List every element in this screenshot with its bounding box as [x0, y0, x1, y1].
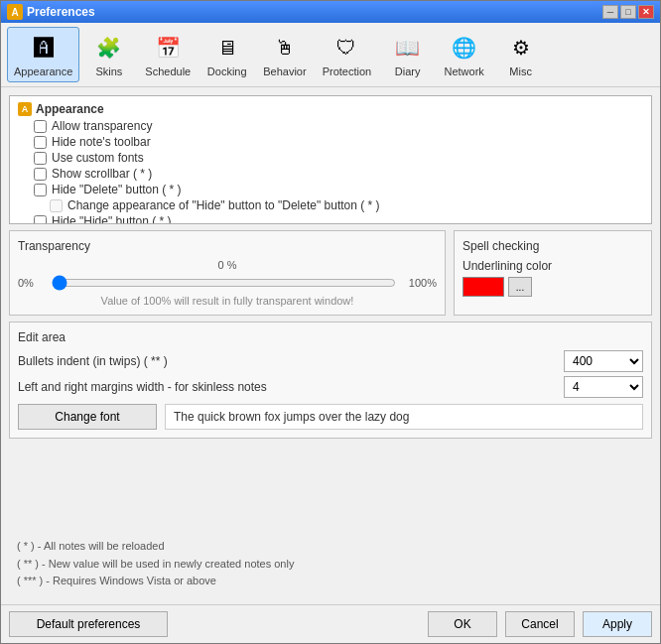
edit-area-title: Edit area: [18, 330, 643, 344]
hide-hide-checkbox[interactable]: [34, 215, 47, 225]
apply-button[interactable]: Apply: [583, 611, 652, 637]
transparency-slider[interactable]: [52, 275, 396, 291]
window-title: Preferences: [27, 5, 602, 19]
change-font-button[interactable]: Change font: [18, 404, 157, 430]
color-row: ...: [463, 277, 643, 297]
slider-center-label: 0 %: [18, 259, 437, 271]
show-scrollbar-label: Show scrollbar ( * ): [52, 167, 152, 181]
behavior-label: Behavior: [263, 65, 306, 77]
middle-row: Transparency 0 % 0% 100% Value of 100% w…: [9, 230, 652, 316]
minimize-button[interactable]: ─: [602, 5, 618, 19]
spell-title: Spell checking: [463, 239, 643, 253]
transparency-title: Transparency: [18, 239, 437, 253]
diary-label: Diary: [395, 65, 421, 77]
hide-delete-row: Hide "Delete" button ( * ): [18, 182, 643, 197]
change-appearance-row: Change appearance of "Hide" button to "D…: [18, 197, 643, 213]
edit-area-panel: Edit area Bullets indent (in twips) ( **…: [9, 322, 652, 439]
toolbar-item-schedule[interactable]: 📅 Schedule: [138, 27, 198, 82]
toolbar-item-docking[interactable]: 🖥 Docking: [199, 27, 254, 82]
bullets-row: Bullets indent (in twips) ( ** ) 400 200…: [18, 350, 643, 372]
cancel-button[interactable]: Cancel: [505, 611, 575, 637]
toolbar-item-diary[interactable]: 📖 Diary: [380, 27, 435, 82]
footnote-1: ( * ) - All notes will be reloaded: [17, 538, 644, 556]
footnote-2: ( ** ) - New value will be used in newly…: [17, 556, 644, 574]
custom-fonts-checkbox[interactable]: [34, 152, 47, 165]
change-font-row: Change font The quick brown fox jumps ov…: [18, 404, 643, 430]
default-preferences-label: Default preferences: [37, 617, 141, 631]
spacer: [9, 445, 652, 526]
bottom-bar: Default preferences OK Cancel Apply: [1, 604, 660, 643]
misc-label: Misc: [509, 65, 532, 77]
bullets-select[interactable]: 400 200 300 500: [564, 350, 643, 372]
underline-color-label: Underlining color: [463, 259, 643, 273]
ok-button[interactable]: OK: [428, 611, 497, 637]
default-preferences-button[interactable]: Default preferences: [9, 611, 168, 637]
ok-label: OK: [454, 617, 470, 631]
font-preview-text: The quick brown fox jumps over the lazy …: [174, 410, 409, 424]
docking-icon: 🖥: [211, 32, 243, 64]
margins-row: Left and right margins width - for skinl…: [18, 376, 643, 398]
transparency-panel: Transparency 0 % 0% 100% Value of 100% w…: [9, 230, 446, 316]
color-picker-button[interactable]: ...: [508, 277, 532, 297]
custom-fonts-label: Use custom fonts: [52, 151, 144, 165]
hide-toolbar-row: Hide note's toolbar: [18, 134, 643, 150]
toolbar-item-network[interactable]: 🌐 Network: [437, 27, 491, 82]
docking-label: Docking: [207, 65, 247, 77]
apply-label: Apply: [602, 617, 632, 631]
slider-row: 0% 100%: [18, 275, 437, 291]
misc-icon: ⚙: [505, 32, 537, 64]
custom-fonts-row: Use custom fonts: [18, 150, 643, 166]
hide-hide-row: Hide "Hide" button ( * ): [18, 213, 643, 224]
show-scrollbar-row: Show scrollbar ( * ): [18, 166, 643, 182]
slider-max-label: 100%: [402, 277, 437, 289]
behavior-icon: 🖱: [269, 32, 301, 64]
toolbar: 🅰 Appearance 🧩 Skins 📅 Schedule 🖥 Dockin…: [1, 23, 660, 87]
margins-select[interactable]: 4 0 2 6 8: [564, 376, 643, 398]
diary-icon: 📖: [392, 32, 424, 64]
network-label: Network: [444, 65, 483, 77]
allow-transparency-label: Allow transparency: [52, 119, 152, 133]
title-buttons: ─ □ ✕: [602, 5, 654, 19]
allow-transparency-checkbox[interactable]: [34, 120, 47, 133]
tree-icon: A: [18, 102, 32, 116]
change-font-label: Change font: [55, 410, 119, 424]
footnotes: ( * ) - All notes will be reloaded ( ** …: [9, 532, 652, 596]
title-bar: A Preferences ─ □ ✕: [1, 1, 660, 23]
toolbar-item-behavior[interactable]: 🖱 Behavior: [256, 27, 313, 82]
spell-checking-panel: Spell checking Underlining color ...: [454, 230, 652, 316]
tree-header: A Appearance: [18, 100, 643, 118]
hide-delete-checkbox[interactable]: [34, 184, 47, 196]
margins-label: Left and right margins width - for skinl…: [18, 380, 564, 394]
content-area: A Appearance Allow transparency Hide not…: [1, 87, 660, 604]
window-icon: A: [7, 4, 23, 20]
hide-toolbar-checkbox[interactable]: [34, 136, 47, 149]
skins-label: Skins: [95, 65, 122, 77]
font-preview: The quick brown fox jumps over the lazy …: [165, 404, 643, 430]
hide-hide-label: Hide "Hide" button ( * ): [52, 214, 172, 224]
preferences-window: A Preferences ─ □ ✕ 🅰 Appearance 🧩 Skins…: [0, 0, 661, 644]
change-appearance-label: Change appearance of "Hide" button to "D…: [67, 198, 380, 212]
bullets-label: Bullets indent (in twips) ( ** ): [18, 354, 564, 368]
slider-min-label: 0%: [18, 277, 46, 289]
restore-button[interactable]: □: [620, 5, 636, 19]
toolbar-item-misc[interactable]: ⚙ Misc: [493, 27, 548, 82]
change-appearance-checkbox[interactable]: [50, 199, 63, 212]
footnote-3: ( *** ) - Requires Windows Vista or abov…: [17, 573, 644, 590]
tree-header-label: Appearance: [36, 102, 104, 116]
network-icon: 🌐: [449, 32, 480, 64]
color-swatch: [463, 277, 504, 297]
toolbar-item-skins[interactable]: 🧩 Skins: [81, 27, 136, 82]
protection-icon: 🛡: [330, 32, 362, 64]
toolbar-item-appearance[interactable]: 🅰 Appearance: [7, 27, 79, 82]
schedule-label: Schedule: [145, 65, 191, 77]
close-button[interactable]: ✕: [638, 5, 654, 19]
cancel-label: Cancel: [521, 617, 558, 631]
appearance-label: Appearance: [14, 65, 72, 77]
transparency-note: Value of 100% will result in fully trans…: [18, 295, 437, 307]
hide-toolbar-label: Hide note's toolbar: [52, 135, 151, 149]
appearance-scroll-panel[interactable]: A Appearance Allow transparency Hide not…: [9, 95, 652, 224]
protection-label: Protection: [323, 65, 372, 77]
toolbar-item-protection[interactable]: 🛡 Protection: [316, 27, 379, 82]
show-scrollbar-checkbox[interactable]: [34, 168, 47, 181]
allow-transparency-row: Allow transparency: [18, 118, 643, 134]
